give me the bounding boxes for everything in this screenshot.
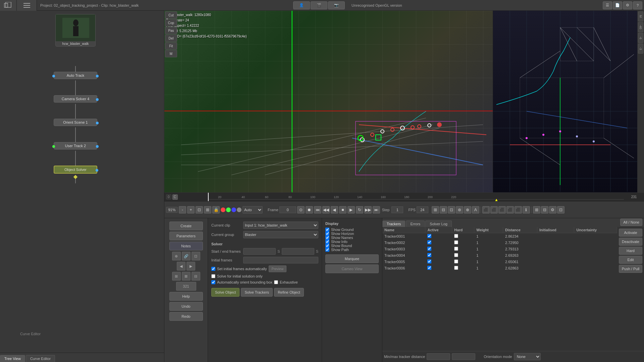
edge-btn-m[interactable]: M	[638, 11, 643, 21]
info-btn[interactable]: ℹ	[523, 206, 530, 214]
play-rev-btn[interactable]: ◀	[331, 206, 338, 214]
color-chip-gray[interactable]	[237, 207, 241, 212]
people-mode-btn[interactable]: 👤	[293, 1, 310, 9]
cameo-view-btn[interactable]: Cameo View	[325, 264, 379, 273]
redo-btn[interactable]: Redo	[169, 312, 203, 321]
goto-end-btn[interactable]: ⏭	[373, 206, 380, 214]
deactivate-btn[interactable]: Deactivate	[619, 238, 642, 246]
extra4-btn[interactable]: ⊡	[557, 206, 565, 214]
goto-start-btn[interactable]: ⏮	[314, 206, 321, 214]
notes-btn[interactable]: Notes	[169, 242, 203, 250]
col-name[interactable]: Name	[382, 227, 425, 233]
render5-btn[interactable]: ⊕	[464, 206, 471, 214]
color-mode-select[interactable]: Auto	[243, 206, 263, 214]
view3-btn[interactable]: ⬛	[498, 206, 506, 214]
edge-btn-40[interactable]: -40	[638, 22, 643, 32]
extra3-btn[interactable]: ⚙	[549, 206, 556, 214]
fps-input[interactable]	[417, 206, 428, 213]
cop-btn[interactable]: Cop	[165, 19, 177, 26]
prev-frame-btn[interactable]: ◀◀	[322, 206, 330, 214]
exhaustive-checkbox[interactable]	[274, 280, 278, 284]
render6-btn[interactable]: A	[472, 206, 479, 214]
start-frame-input[interactable]	[243, 248, 276, 255]
col-weight[interactable]: Weight	[474, 227, 503, 233]
view4-btn[interactable]: ⬛	[506, 206, 514, 214]
show-ground-checkbox[interactable]	[325, 228, 329, 232]
auto-track-node[interactable]: Auto Track	[54, 72, 97, 79]
zoom-out-btn[interactable]: -	[179, 206, 186, 214]
step-input[interactable]	[391, 206, 403, 213]
preview-btn[interactable]: Preview	[269, 265, 287, 272]
refine-object-btn[interactable]: Refine Object	[274, 288, 304, 297]
tab-errors[interactable]: Errors	[406, 221, 425, 227]
orient-scene-node[interactable]: Orient Scene 1	[54, 119, 97, 126]
fit-btn[interactable]: Fit	[165, 42, 177, 50]
doc-icon-btn[interactable]: 📄	[613, 1, 622, 9]
set-initial-checkbox[interactable]	[211, 267, 215, 271]
initial-frame-input[interactable]	[243, 257, 318, 263]
max-distance-input[interactable]	[452, 353, 475, 360]
help-btn[interactable]: Help	[169, 292, 203, 301]
play-btn[interactable]: ▶	[347, 206, 355, 214]
edge-btn-6[interactable]: -6	[638, 33, 643, 43]
lock-btn[interactable]: 🔒	[212, 206, 220, 214]
render-btn[interactable]: ⊞	[432, 206, 439, 214]
current-clip-select[interactable]: Input 1: hcw_blaster_walk	[243, 222, 318, 229]
hard-btn[interactable]: Hard	[619, 247, 642, 255]
cut-btn[interactable]: Cut	[165, 11, 177, 19]
pas-btn[interactable]: Pas	[165, 27, 177, 34]
show-info-checkbox[interactable]	[325, 240, 329, 244]
thumbnail-node[interactable]: hcw_blaster_walk	[55, 14, 96, 47]
create-btn[interactable]: Create	[169, 222, 203, 230]
show-path-checkbox[interactable]	[325, 248, 329, 252]
orientation-select[interactable]: None	[514, 353, 541, 360]
push-pull-btn[interactable]: Push / Pull	[619, 265, 642, 273]
table-row[interactable]: Tracker0001 1 2.86234	[382, 233, 617, 240]
render3-btn[interactable]: ⊡	[448, 206, 455, 214]
frame-input[interactable]	[279, 206, 296, 213]
current-group-select[interactable]: Blaster	[243, 231, 318, 238]
zoom-in-btn[interactable]: +	[187, 206, 195, 214]
prev-icon-btn[interactable]: ◀	[177, 262, 185, 270]
m-btn[interactable]: M	[165, 50, 177, 57]
camera-mode-btn[interactable]: 📷	[328, 1, 345, 9]
next-icon-btn[interactable]: ▶	[186, 262, 195, 270]
link-icon-btn[interactable]: 🔗	[182, 252, 191, 260]
view5-btn[interactable]: ⬛	[515, 206, 522, 214]
adjust-icon-btn[interactable]: ⊕	[172, 252, 181, 260]
extra2-btn[interactable]: ⊟	[541, 206, 548, 214]
record-btn[interactable]: ⏺	[306, 206, 313, 214]
color-chip-green[interactable]	[226, 207, 231, 212]
start-frame-s[interactable]: S	[277, 249, 280, 253]
all-none-btn[interactable]: All / None	[620, 219, 642, 226]
min-distance-input[interactable]	[427, 353, 450, 360]
del-btn[interactable]: Del	[165, 35, 177, 42]
edit-btn[interactable]: Edit	[619, 256, 642, 264]
extra1-btn[interactable]: ⊞	[533, 206, 540, 214]
show-names-checkbox[interactable]	[325, 236, 329, 240]
stop-btn[interactable]: ■	[339, 206, 346, 214]
show-horizon-checkbox[interactable]	[325, 232, 329, 236]
solve-initial-checkbox[interactable]	[211, 274, 215, 278]
color-chip-red[interactable]	[221, 207, 225, 212]
object-solver-node[interactable]: Object Solver	[54, 166, 97, 174]
parameters-btn[interactable]: Parameters	[169, 232, 203, 240]
table-row[interactable]: Tracker0003 1 2.79313	[382, 246, 617, 252]
render4-btn[interactable]: ⊛	[456, 206, 463, 214]
settings-icon-btn[interactable]: ⚙	[623, 1, 632, 9]
marquee-btn[interactable]: Marquee	[325, 254, 379, 263]
num-icon-btn[interactable]: 321	[176, 282, 196, 291]
3d-viewport[interactable]: M -40 -6 -3	[493, 11, 644, 192]
activate-btn[interactable]: Activate	[619, 229, 642, 237]
edge-btn-3[interactable]: -3	[638, 44, 643, 54]
film-mode-btn[interactable]: 🎬	[311, 1, 327, 9]
tool1-icon-btn[interactable]: ⊞	[172, 272, 181, 281]
frame-snap-btn[interactable]: ⊙	[297, 206, 305, 214]
render2-btn[interactable]: ⊟	[440, 206, 447, 214]
solve-object-btn[interactable]: Solve Object	[211, 288, 239, 297]
table-row[interactable]: Tracker0004 1 2.69263	[382, 252, 617, 259]
col-initialised[interactable]: Initialised	[537, 227, 574, 233]
col-active[interactable]: Active	[425, 227, 452, 233]
end-frame-s[interactable]: S	[316, 249, 318, 253]
nav-icon-btn[interactable]: ⊡	[192, 252, 200, 260]
